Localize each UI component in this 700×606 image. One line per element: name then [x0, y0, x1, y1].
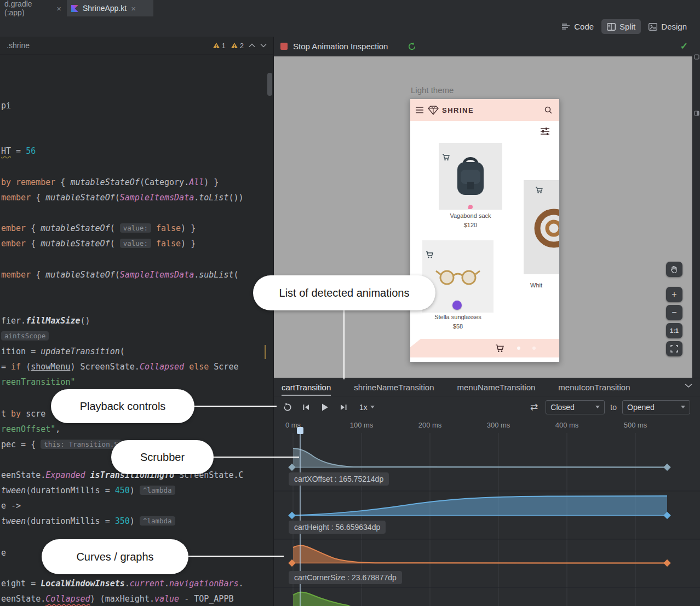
close-icon[interactable]: ×	[56, 4, 61, 13]
inline-hint: value:	[120, 239, 151, 248]
code-token: Scree	[209, 362, 238, 372]
preview-theme-label: Light theme	[411, 85, 454, 95]
code-token: reenOffset"	[1, 424, 55, 434]
zoom-out-button[interactable]: −	[666, 305, 682, 320]
preview-canvas[interactable]: Light theme SHRINE	[274, 56, 692, 378]
code-token: {	[31, 193, 45, 203]
code-icon	[561, 23, 570, 31]
code-token: HT	[1, 146, 11, 156]
product-image-backpack[interactable]	[439, 143, 502, 210]
warning-badge[interactable]: 1	[213, 42, 226, 50]
curve-value-label: cartCornerSize : 23.678877dp	[289, 571, 402, 584]
shrine-appbar: SHRINE	[410, 99, 559, 121]
editor-scrollbar[interactable]	[267, 73, 272, 96]
chevron-down-icon[interactable]	[260, 43, 267, 48]
mode-code-button[interactable]: Code	[556, 19, 599, 34]
backpack-graphic	[453, 153, 488, 199]
animation-inspection-header: Stop Animation Inspection ✓	[274, 37, 700, 56]
code-token: 350	[115, 516, 130, 526]
code-token	[151, 239, 156, 249]
code-token: SampleItemsData	[120, 193, 194, 203]
filter-icon[interactable]	[541, 128, 549, 135]
search-icon[interactable]	[544, 106, 553, 114]
breadcrumb[interactable]: .shrine	[7, 41, 30, 50]
keyframe-diamond[interactable]	[288, 512, 296, 520]
code-token: (	[110, 239, 120, 249]
code-token: t	[1, 409, 11, 419]
refresh-icon[interactable]	[408, 42, 416, 51]
code-token: .	[164, 579, 169, 588]
add-to-cart-icon[interactable]	[442, 154, 450, 161]
code-token: tween	[1, 516, 26, 526]
code-token: if	[11, 362, 21, 372]
code-token: (	[115, 193, 120, 203]
pan-button[interactable]	[666, 262, 682, 277]
add-to-cart-icon[interactable]	[535, 187, 543, 194]
cart-icon[interactable]	[495, 344, 504, 353]
code-token: navigationBars	[169, 579, 238, 588]
callout-animations-list: List of detected animations	[253, 275, 435, 310]
kotlin-icon	[71, 5, 78, 12]
keyframe-diamond[interactable]	[663, 464, 671, 471]
zoom-fit-button[interactable]	[666, 341, 682, 356]
device-preview[interactable]: SHRINE Vaga	[410, 99, 560, 362]
code-token: false	[156, 223, 181, 233]
close-icon[interactable]: ×	[131, 4, 136, 13]
code-token: eight =	[1, 579, 41, 588]
chevron-up-icon[interactable]	[249, 43, 255, 48]
tool-stripe-icon[interactable]	[694, 111, 699, 116]
code-token: current	[130, 579, 164, 588]
code-token: mutableStateOf	[41, 239, 110, 249]
product-name: Whit	[530, 282, 560, 288]
code-token: ) (	[90, 594, 105, 604]
curve-value-label: cartHeight : 56.659634dp	[289, 521, 386, 534]
mode-design-button[interactable]: Design	[643, 19, 692, 34]
belt-graphic	[524, 180, 560, 274]
menu-icon[interactable]	[416, 107, 424, 113]
code-token: member	[1, 270, 31, 280]
mode-label: Split	[619, 22, 635, 31]
callout-connector	[192, 406, 277, 407]
code-line: ember { mutableStateOf( value: false) }	[1, 239, 196, 250]
code-token: ) }	[181, 239, 196, 249]
warning-count: 1	[222, 42, 226, 50]
new-tag-icon	[468, 205, 473, 209]
code-line: member { mutableStateOf(SampleItemsData.…	[1, 270, 239, 281]
warning-badge[interactable]: 2	[231, 42, 244, 50]
code-token: by remember	[1, 177, 55, 187]
timeline-panel: cartTransitionshrineNameTransitionmenuNa…	[274, 378, 700, 606]
panel-divider[interactable]	[273, 37, 274, 606]
code-token: else	[189, 362, 209, 372]
curve-stroke-cartCornerSize	[293, 546, 667, 563]
code-token: {	[55, 177, 70, 187]
plus-icon: +	[672, 290, 676, 299]
warning-icon	[231, 42, 238, 49]
tab-build-gradle[interactable]: d.gradle (:app) ×	[0, 0, 66, 16]
cart-bar[interactable]	[410, 339, 559, 357]
code-token: value	[154, 594, 179, 604]
zoom-100-button[interactable]: 1:1	[666, 323, 682, 338]
tab-shrineapp[interactable]: ShrineApp.kt ×	[67, 0, 153, 16]
code-token: Expanded	[45, 470, 85, 480]
mode-label: Code	[574, 22, 594, 31]
code-line: aintsScope	[1, 331, 49, 343]
product-image-belt[interactable]	[524, 180, 560, 274]
inspections-widget[interactable]: 1 2	[213, 42, 267, 50]
scrubber-handle[interactable]	[297, 427, 303, 434]
scrollbar-warning-mark	[265, 345, 266, 359]
mode-split-button[interactable]: Split	[601, 19, 641, 34]
product-name: Vagabond sack	[439, 212, 502, 219]
zoom-in-button[interactable]: +	[666, 287, 682, 302]
stop-animation-button[interactable]: Stop Animation Inspection	[293, 42, 388, 51]
code-token: fillMaxSize	[26, 316, 80, 326]
code-line: fier.fillMaxSize()	[1, 316, 90, 327]
keyframe-diamond[interactable]	[663, 559, 671, 567]
android-studio-window: d.gradle (:app) × ShrineApp.kt × Code Sp…	[0, 0, 700, 606]
code-area[interactable]: piHT = 56by remember { mutableStateOf(Ca…	[0, 55, 273, 606]
code-token: (	[110, 223, 120, 233]
tool-stripe-icon[interactable]	[694, 54, 699, 60]
brand-badge-icon	[452, 301, 462, 310]
code-token: All	[189, 177, 204, 187]
minus-icon: −	[672, 308, 676, 318]
add-to-cart-icon[interactable]	[426, 251, 433, 258]
